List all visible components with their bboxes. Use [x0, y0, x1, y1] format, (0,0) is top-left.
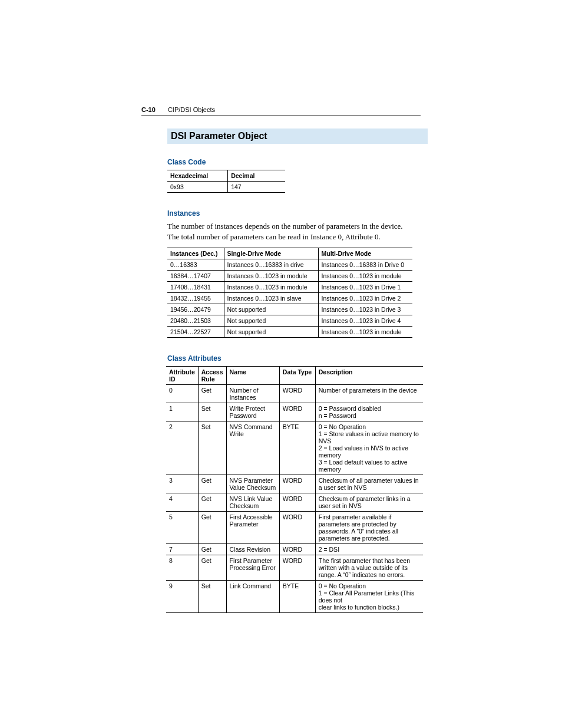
cell: Set	[198, 421, 226, 475]
cell: Set	[198, 403, 226, 421]
cell: The first parameter that has been writte…	[315, 555, 423, 581]
col-decimal: Decimal	[228, 170, 285, 182]
cell: NVS Parameter Value Checksum	[226, 475, 279, 493]
cell: BYTE	[279, 581, 315, 613]
cell: 8	[166, 555, 198, 581]
cell: BYTE	[279, 421, 315, 475]
col-description: Description	[315, 367, 423, 385]
cell: 2	[166, 421, 198, 475]
chapter-title: CIP/DSI Objects	[168, 106, 215, 113]
cell: WORD	[279, 475, 315, 493]
cell: 0 = Password disabled n = Password	[315, 403, 423, 421]
cell: NVS Link Value Checksum	[226, 493, 279, 512]
cell: Set	[198, 581, 226, 613]
cell: 1	[166, 403, 198, 421]
table-row: 1SetWrite Protect PasswordWORD0 = Passwo…	[166, 403, 423, 421]
cell: Not supported	[224, 327, 318, 338]
cell: Instances 0…16383 in drive	[224, 259, 318, 271]
cell: 4	[166, 493, 198, 512]
page-header: C-10 CIP/DSI Objects	[141, 106, 421, 116]
cell: Instances 0…1023 in module	[318, 271, 412, 282]
section-title: DSI Parameter Object	[167, 129, 428, 144]
class-attributes-heading: Class Attributes	[167, 354, 424, 363]
cell: Instances 0…1023 in Drive 4	[318, 315, 412, 327]
cell: Class Revision	[226, 544, 279, 555]
cell: Number of parameters in the device	[315, 385, 423, 403]
cell: Not supported	[224, 304, 318, 315]
col-single-drive: Single-Drive Mode	[224, 248, 318, 259]
cell: Write Protect Password	[226, 403, 279, 421]
cell-hex: 0x93	[167, 182, 228, 193]
col-multi-drive: Multi-Drive Mode	[318, 248, 412, 259]
cell: Get	[198, 544, 226, 555]
cell: Instances 0…1023 in module	[224, 282, 318, 293]
cell: Instances 0…1023 in module	[318, 327, 412, 338]
cell: Get	[198, 493, 226, 512]
cell: Checksum of all parameter values in a us…	[315, 475, 423, 493]
cell: Get	[198, 475, 226, 493]
table-row: 19456…20479Not supportedInstances 0…1023…	[167, 304, 412, 315]
cell: 0…16383	[167, 259, 224, 271]
class-code-table: Hexadecimal Decimal 0x93 147	[167, 170, 285, 193]
cell: 17408…18431	[167, 282, 224, 293]
content-column: DSI Parameter Object Class Code Hexadeci…	[167, 129, 424, 613]
class-attributes-table: Attribute ID Access Rule Name Data Type …	[166, 366, 423, 613]
cell: 7	[166, 544, 198, 555]
col-instances-dec: Instances (Dec.)	[167, 248, 224, 259]
table-row: 18432…19455Instances 0…1023 in slaveInst…	[167, 293, 412, 304]
cell: Instances 0…1023 in Drive 3	[318, 304, 412, 315]
table-row: 3GetNVS Parameter Value ChecksumWORDChec…	[166, 475, 423, 493]
cell: 16384…17407	[167, 271, 224, 282]
cell: 18432…19455	[167, 293, 224, 304]
cell: Get	[198, 555, 226, 581]
instances-body: The number of instances depends on the n…	[167, 221, 403, 242]
cell: Not supported	[224, 315, 318, 327]
cell: NVS Command Write	[226, 421, 279, 475]
cell: 0 = No Operation 1 = Store values in act…	[315, 421, 423, 475]
cell: WORD	[279, 385, 315, 403]
table-row: 8GetFirst Parameter Processing ErrorWORD…	[166, 555, 423, 581]
cell: Get	[198, 385, 226, 403]
col-access-rule: Access Rule	[198, 367, 226, 385]
class-code-heading: Class Code	[167, 158, 424, 166]
cell: Link Command	[226, 581, 279, 613]
table-row: 2SetNVS Command WriteBYTE0 = No Operatio…	[166, 421, 423, 475]
table-row: 0x93 147	[167, 182, 285, 193]
table-row: 9SetLink CommandBYTE0 = No Operation 1 =…	[166, 581, 423, 613]
col-hexadecimal: Hexadecimal	[167, 170, 228, 182]
cell: 5	[166, 512, 198, 544]
cell: First Parameter Processing Error	[226, 555, 279, 581]
cell: 20480…21503	[167, 315, 224, 327]
cell: 2 = DSI	[315, 544, 423, 555]
instances-heading: Instances	[167, 209, 424, 218]
cell: WORD	[279, 555, 315, 581]
table-row: 7GetClass RevisionWORD2 = DSI	[166, 544, 423, 555]
cell: WORD	[279, 403, 315, 421]
table-header-row: Hexadecimal Decimal	[167, 170, 285, 182]
page: C-10 CIP/DSI Objects DSI Parameter Objec…	[0, 0, 562, 728]
cell: WORD	[279, 493, 315, 512]
table-header-row: Instances (Dec.) Single-Drive Mode Multi…	[167, 248, 412, 259]
cell: Instances 0…1023 in Drive 1	[318, 282, 412, 293]
table-row: 0…16383Instances 0…16383 in driveInstanc…	[167, 259, 412, 271]
page-number: C-10	[141, 106, 156, 113]
cell: First parameter available if parameters …	[315, 512, 423, 544]
table-row: 5GetFirst Accessible ParameterWORDFirst …	[166, 512, 423, 544]
cell: Instances 0…16383 in Drive 0	[318, 259, 412, 271]
cell: Number of Instances	[226, 385, 279, 403]
instances-table: Instances (Dec.) Single-Drive Mode Multi…	[167, 248, 412, 338]
table-header-row: Attribute ID Access Rule Name Data Type …	[166, 367, 423, 385]
col-data-type: Data Type	[279, 367, 315, 385]
cell: 3	[166, 475, 198, 493]
cell: Get	[198, 512, 226, 544]
cell: 21504…22527	[167, 327, 224, 338]
table-row: 20480…21503Not supportedInstances 0…1023…	[167, 315, 412, 327]
table-row: 0GetNumber of InstancesWORDNumber of par…	[166, 385, 423, 403]
cell: 0 = No Operation 1 = Clear All Parameter…	[315, 581, 423, 613]
cell: Checksum of parameter links in a user se…	[315, 493, 423, 512]
col-attr-id: Attribute ID	[166, 367, 198, 385]
table-row: 17408…18431Instances 0…1023 in moduleIns…	[167, 282, 412, 293]
cell: 19456…20479	[167, 304, 224, 315]
cell: WORD	[279, 512, 315, 544]
table-row: 21504…22527Not supportedInstances 0…1023…	[167, 327, 412, 338]
